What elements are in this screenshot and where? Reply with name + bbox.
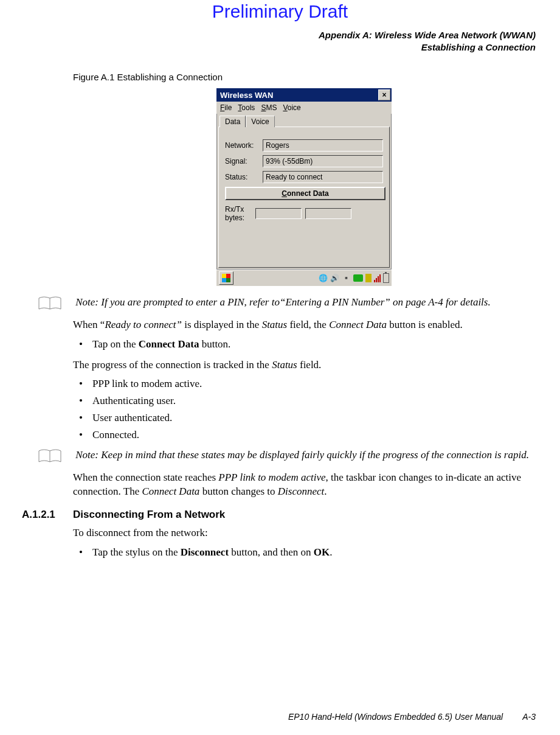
rx-bytes-value bbox=[255, 208, 302, 219]
menu-voice[interactable]: Voice bbox=[283, 103, 300, 112]
tab-voice[interactable]: Voice bbox=[246, 116, 274, 127]
tab-data[interactable]: Data bbox=[220, 116, 246, 127]
speaker-icon[interactable]: 🔊 bbox=[330, 274, 339, 282]
step-item: User authenticated. bbox=[83, 411, 535, 425]
bullet-tap-connect: Tap on the Connect Data button. bbox=[83, 337, 535, 352]
window-titlebar: Wireless WAN × bbox=[216, 88, 392, 102]
status-value: Ready to connect bbox=[263, 171, 383, 183]
tx-bytes-value bbox=[305, 208, 351, 219]
footer-title: EP10 Hand-Held (Windows Embedded 6.5) Us… bbox=[288, 712, 503, 722]
figure-caption: Figure A.1 Establishing a Connection bbox=[73, 72, 535, 82]
step-item: Connected. bbox=[83, 428, 535, 442]
connect-data-button[interactable]: Connect Data bbox=[225, 187, 385, 200]
card-icon[interactable]: ▪️ bbox=[342, 274, 351, 282]
note2-text: Note: Keep in mind that these states may… bbox=[75, 449, 529, 461]
note-2: Note: Keep in mind that these states may… bbox=[73, 448, 535, 464]
book-icon bbox=[38, 296, 62, 312]
tab-strip: Data Voice bbox=[220, 115, 390, 127]
system-tray: 🌐 🔊 ▪️ bbox=[319, 273, 389, 283]
battery-icon[interactable] bbox=[383, 273, 389, 283]
signal-value: 93% (-55dBm) bbox=[263, 155, 383, 167]
menu-file[interactable]: File bbox=[220, 103, 232, 112]
taskbar: 🌐 🔊 ▪️ bbox=[216, 270, 392, 286]
book-icon bbox=[38, 448, 62, 464]
section-title: Disconnecting From a Network bbox=[73, 509, 225, 521]
step-item: Authenticating user. bbox=[83, 394, 535, 408]
header-line1: Appendix A: Wireless Wide Area Network (… bbox=[319, 29, 536, 41]
network-value: Rogers bbox=[263, 139, 383, 152]
paragraph-ready: When “Ready to connect” is displayed in … bbox=[73, 318, 535, 332]
menu-sms[interactable]: SMS bbox=[261, 103, 277, 112]
status-label: Status: bbox=[225, 173, 263, 181]
menu-tools[interactable]: Tools bbox=[238, 103, 255, 112]
section-heading: A.1.2.1 Disconnecting From a Network bbox=[22, 509, 535, 521]
rxtx-label: Rx/Tx bytes: bbox=[225, 205, 252, 222]
running-header: Appendix A: Wireless Wide Area Network (… bbox=[319, 29, 536, 53]
windows-flag-icon bbox=[222, 274, 230, 282]
watermark-text: Preliminary Draft bbox=[0, 1, 560, 22]
page-number: A-3 bbox=[505, 712, 536, 722]
page-footer: EP10 Hand-Held (Windows Embedded 6.5) Us… bbox=[288, 712, 536, 722]
window-title: Wireless WAN bbox=[218, 91, 378, 100]
phone-icon[interactable] bbox=[353, 274, 363, 282]
network-label: Network: bbox=[225, 141, 263, 150]
note1-text: Note: If you are prompted to enter a PIN… bbox=[75, 296, 490, 308]
close-icon[interactable]: × bbox=[378, 89, 390, 100]
paragraph-ppp: When the connection state reaches PPP li… bbox=[73, 470, 535, 500]
globe-icon[interactable]: 🌐 bbox=[319, 274, 328, 282]
body-text: When “Ready to connect” is displayed in … bbox=[73, 318, 535, 442]
step-item: PPP link to modem active. bbox=[83, 377, 535, 391]
menubar: File Tools SMS Voice bbox=[216, 102, 392, 114]
paragraph-disconnect-intro: To disconnect from the network: bbox=[73, 526, 535, 540]
bullet-tap-disconnect: Tap the stylus on the Disconnect button,… bbox=[83, 545, 535, 560]
lock-icon[interactable] bbox=[365, 274, 372, 282]
note-1: Note: If you are prompted to enter a PIN… bbox=[73, 296, 535, 312]
paragraph-progress: The progress of the connection is tracke… bbox=[73, 358, 535, 372]
header-line2: Establishing a Connection bbox=[319, 41, 536, 54]
signal-label: Signal: bbox=[225, 157, 263, 165]
embedded-screenshot: Wireless WAN × File Tools SMS Voice Data… bbox=[216, 88, 392, 286]
section-number: A.1.2.1 bbox=[22, 509, 73, 521]
start-button[interactable] bbox=[219, 271, 233, 285]
signal-bars-icon[interactable] bbox=[374, 274, 381, 282]
tab-panel: Network: Rogers Signal: 93% (-55dBm) Sta… bbox=[218, 127, 390, 268]
status-steps-list: PPP link to modem active. Authenticating… bbox=[73, 377, 535, 442]
